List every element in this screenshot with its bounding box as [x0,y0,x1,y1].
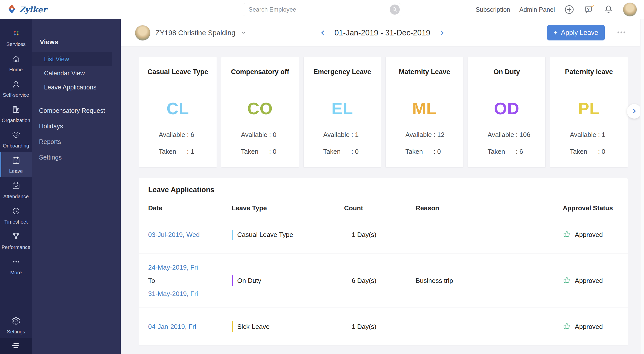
stat-label: Taken [159,148,187,156]
nav-calendar-view[interactable]: Calendar View [32,66,121,80]
employee-selector[interactable]: ZY198 Christine Spalding [135,25,247,41]
card-code: OD [494,99,519,118]
date-range-navigator: 01-Jan-2019 - 31-Dec-2019 [318,28,447,37]
sidebar-item-label: Organization [2,118,30,123]
apply-leave-label: Apply Leave [561,29,598,37]
stat-label: Taken [241,148,269,156]
card-stats: Available: 12 Taken: 0 [386,131,463,156]
collapse-menu-button[interactable] [0,338,32,354]
stat-value: : 0 [433,148,441,156]
status-text: Approved [575,277,603,285]
card-stats: Available: 106 Taken: 6 [468,131,545,156]
nav-holidays[interactable]: Holidays [32,118,121,134]
main-content: ZY198 Christine Spalding 01-Jan-2019 - 3… [121,19,644,354]
search-input[interactable] [243,3,401,16]
leave-balance-cards: Casual Leave Type CL Available: 6 Taken:… [139,57,628,167]
sidebar-item-home[interactable]: Home [0,50,32,76]
nav-settings[interactable]: Settings [32,149,121,165]
sidebar-item-label: Timesheet [4,219,28,225]
employee-name: ZY198 Christine Spalding [155,29,235,37]
nav-reports[interactable]: Reports [32,134,121,149]
panel-title: Leave Applications [139,178,628,200]
stat-value: : 0 [598,148,605,156]
stat-value: : 0 [351,148,359,156]
apply-leave-button[interactable]: + Apply Leave [547,25,605,40]
stat-label: Available [488,131,516,139]
sidebar-item-onboarding[interactable]: Onboarding [0,127,32,152]
plus-circle-icon[interactable] [564,4,575,15]
col-date: Date [148,204,232,212]
leave-card-on-duty[interactable]: On Duty OD Available: 106 Taken: 6 [468,57,546,167]
sidebar-item-leave[interactable]: Leave [0,152,32,177]
user-avatar[interactable] [623,3,637,17]
stat-value: : 6 [187,131,194,139]
header-actions: + Apply Leave [547,25,628,40]
sidebar-item-services[interactable]: Services [0,25,32,50]
leave-card-emergency[interactable]: Emergency Leave EL Available: 1 Taken: 0 [303,57,381,167]
leave-card-paternity[interactable]: Paternity leave PL Available: 1 Taken: 0 [550,57,628,167]
chevron-right-icon [631,108,637,115]
leave-card-maternity[interactable]: Maternity Leave ML Available: 12 Taken: … [385,57,463,167]
card-title: Emergency Leave [313,68,371,76]
reason-cell: Business trip [416,277,563,285]
next-period-button[interactable] [437,28,446,37]
views-section-title: Views [32,38,121,46]
sidebar-item-more[interactable]: More [0,254,32,279]
thumbs-up-icon [563,276,571,286]
nav-list-view[interactable]: List View [32,52,112,66]
stat-value: : 1 [598,131,605,139]
date-link[interactable]: 03-Jul-2019, Wed [148,231,200,238]
leave-card-casual[interactable]: Casual Leave Type CL Available: 6 Taken:… [139,57,217,167]
more-options-button[interactable] [615,29,628,36]
search-icon [392,7,397,13]
person-icon [12,80,21,90]
calendar-check-icon [12,181,21,191]
date-link[interactable]: 24-May-2019, Fri [148,263,232,272]
zylker-logo[interactable]: Zylker [7,4,47,15]
nav-compensatory-request[interactable]: Compensatory Request [32,103,121,118]
stat-label: Taken [405,148,433,156]
sidebar-item-performance[interactable]: Performance [0,228,32,254]
subscription-link[interactable]: Subscription [476,6,510,13]
sidebar-item-timesheet[interactable]: Timesheet [0,203,32,228]
cards-next-button[interactable] [627,104,641,119]
leave-card-compensatory[interactable]: Compensatory off CO Available: 0 Taken: … [221,57,299,167]
thumbs-up-icon [563,230,571,240]
employee-avatar [135,25,150,41]
search-button[interactable] [390,5,400,15]
sidebar-item-label: Services [6,41,26,47]
stat-label: Available [241,131,269,139]
sidebar-item-organization[interactable]: Organization [0,101,32,127]
nav-leave-applications[interactable]: Leave Applications [32,80,121,94]
sidebar-item-attendance[interactable]: Attendance [0,177,32,203]
table-row: 24-May-2019, Fri To 31-May-2019, Fri On … [139,254,628,308]
stat-value: : 0 [269,131,276,139]
card-code: CO [247,99,273,118]
admin-panel-link[interactable]: Admin Panel [519,6,555,13]
sidebar-item-self-service[interactable]: Self-service [0,76,32,101]
bell-icon[interactable] [603,4,614,15]
help-bubble-icon[interactable]: ? [584,4,594,15]
sidebar-item-label: Onboarding [3,143,29,149]
date-link[interactable]: 04-Jan-2019, Fri [148,323,196,330]
table-header: Date Leave Type Count Reason Approval St… [139,200,628,216]
stat-label: Available [570,131,598,139]
primary-sidebar: Services Home Self-service [0,19,32,354]
col-approval-status: Approval Status [563,204,619,212]
date-link[interactable]: 31-May-2019, Fri [148,290,232,298]
scrollbar-track[interactable] [640,19,644,354]
date-range-label: 01-Jan-2019 - 31-Dec-2019 [335,28,430,37]
col-reason: Reason [416,204,563,212]
count-cell: 1 Day(s) [344,231,416,239]
sidebar-item-label: Settings [7,329,25,335]
sidebar-item-label: Self-service [3,92,29,98]
stat-value: : 0 [269,148,276,156]
leave-type-color-bar [232,275,233,286]
prev-period-button[interactable] [318,28,328,37]
plus-icon: + [554,29,558,37]
topbar: Zylker Subscription Admin Panel ? [0,0,644,19]
sidebar-item-settings[interactable]: Settings [0,313,32,338]
leave-type-text: On Duty [237,277,261,285]
stat-label: Available [159,131,187,139]
sidebar-item-label: Performance [2,244,30,250]
